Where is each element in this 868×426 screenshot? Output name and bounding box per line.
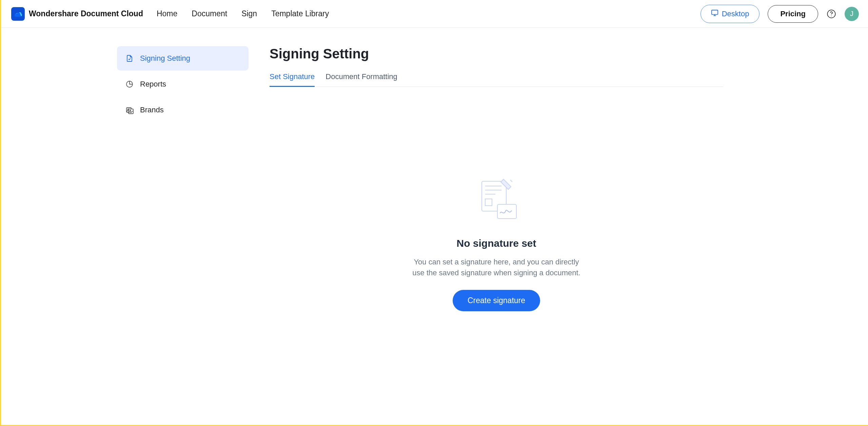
create-signature-button-label: Create signature (468, 296, 525, 305)
sidebar-item-brands[interactable]: Brands (117, 98, 249, 122)
pricing-button-label: Pricing (780, 10, 806, 18)
signing-setting-icon (125, 54, 134, 63)
svg-rect-0 (712, 10, 718, 14)
tab-set-signature[interactable]: Set Signature (270, 72, 315, 87)
nav-home[interactable]: Home (157, 9, 177, 18)
nav-sign[interactable]: Sign (241, 9, 257, 18)
sidebar: Signing Setting Reports (1, 46, 249, 311)
brands-icon (125, 106, 134, 114)
monitor-icon (711, 9, 718, 19)
brand-name: Wondershare Document Cloud (29, 9, 143, 18)
help-icon[interactable] (826, 9, 836, 19)
header-actions: Desktop Pricing J (701, 5, 859, 23)
nav-template-library[interactable]: Template Library (271, 9, 329, 18)
page-title: Signing Setting (270, 46, 723, 61)
pricing-button[interactable]: Pricing (768, 5, 818, 23)
tabs: Set Signature Document Formatting (270, 72, 723, 87)
empty-title: No signature set (456, 238, 536, 249)
avatar[interactable]: J (845, 7, 859, 21)
empty-description: You can set a signature here, and you ca… (410, 257, 583, 278)
top-nav: Home Document Sign Template Library (157, 9, 329, 18)
desktop-button-label: Desktop (722, 10, 749, 18)
sidebar-item-signing-setting[interactable]: Signing Setting (117, 46, 249, 71)
brand-logo-icon (11, 7, 25, 21)
avatar-initial: J (850, 10, 853, 18)
desktop-button[interactable]: Desktop (701, 5, 760, 23)
empty-illustration-icon (471, 175, 522, 223)
nav-document[interactable]: Document (192, 9, 227, 18)
svg-rect-15 (497, 204, 516, 219)
sidebar-item-reports[interactable]: Reports (117, 72, 249, 96)
app-header: Wondershare Document Cloud Home Document… (1, 0, 868, 28)
sidebar-item-label: Brands (140, 106, 164, 114)
svg-point-4 (831, 15, 832, 16)
sidebar-item-label: Reports (140, 80, 166, 89)
brand[interactable]: Wondershare Document Cloud (11, 7, 143, 21)
main-content: Signing Setting Set Signature Document F… (249, 46, 723, 311)
create-signature-button[interactable]: Create signature (453, 290, 540, 311)
reports-icon (125, 80, 134, 89)
empty-state: No signature set You can set a signature… (270, 175, 723, 311)
sidebar-item-label: Signing Setting (140, 54, 190, 63)
tab-document-formatting[interactable]: Document Formatting (326, 72, 397, 87)
